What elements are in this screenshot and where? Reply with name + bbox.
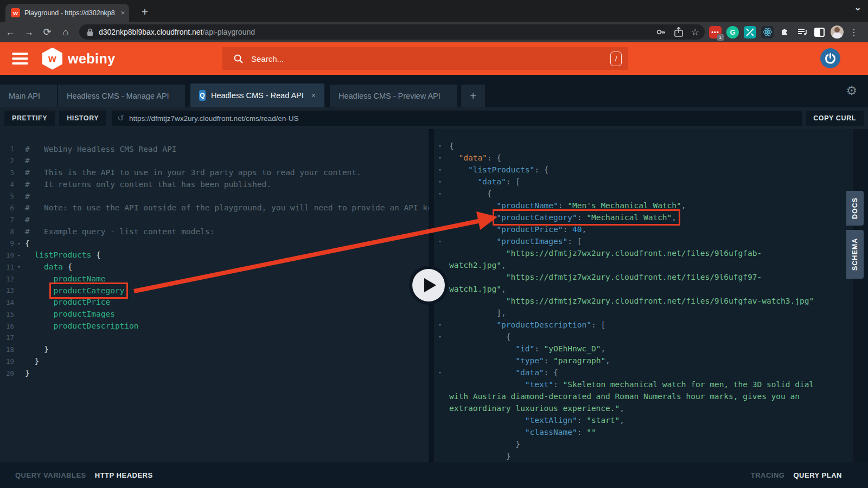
code-line: "text": "Skeleton mechanical watch for m… xyxy=(436,378,853,390)
bookmark-star-icon[interactable]: ☆ xyxy=(691,27,699,38)
right-edge-strip xyxy=(864,129,868,462)
extension-teal-icon[interactable] xyxy=(744,26,756,38)
annotation-highlight-box: productCategory xyxy=(53,286,124,295)
code-line: 9▾{ xyxy=(0,237,429,249)
home-icon[interactable]: ⌂ xyxy=(58,24,74,40)
response-pane[interactable]: ▾{▾ "data": {▾ "listProducts": {▾ "data"… xyxy=(434,129,853,462)
endpoint-url-input[interactable]: ↺ https://dfmtjz7wx2ury.cloudfront.net/c… xyxy=(112,111,802,126)
reload-icon[interactable]: ⟳ xyxy=(39,24,55,40)
profile-avatar[interactable] xyxy=(831,25,844,38)
code-line: ▾ "productImages": [ xyxy=(436,235,853,247)
code-line: 10▾ listProducts { xyxy=(0,249,429,261)
fold-arrow-icon[interactable]: ▾ xyxy=(14,264,24,269)
query-variables-tab[interactable]: QUERY VARIABLES xyxy=(15,471,86,479)
play-icon xyxy=(424,278,436,292)
code-line: 20} xyxy=(0,367,429,379)
search-shortcut-badge: / xyxy=(610,52,622,66)
query-editor-pane[interactable]: 1# Webiny Headless CMS Read API2#3# This… xyxy=(0,129,429,462)
grammarly-icon[interactable]: G xyxy=(726,26,739,38)
webiny-logo-icon: w xyxy=(42,48,62,70)
react-devtools-icon[interactable] xyxy=(761,26,774,38)
fold-arrow-icon[interactable]: ▾ xyxy=(436,179,444,184)
code-line: ▾ "data": [ xyxy=(436,176,853,188)
bottom-bar: QUERY VARIABLES HTTP HEADERS TRACING QUE… xyxy=(0,462,868,488)
forward-icon[interactable]: → xyxy=(21,24,37,40)
tracing-tab[interactable]: TRACING xyxy=(751,471,785,479)
tab-close-icon[interactable]: × xyxy=(311,91,316,100)
browser-tab[interactable]: w Playground - https://d302nkp8 × xyxy=(5,4,129,22)
code-line: } xyxy=(436,450,853,462)
url-host: d302nkp8bl9bax.cloudfront.net xyxy=(99,28,202,36)
code-line: 16 productDescription xyxy=(0,320,429,332)
copy-curl-button[interactable]: COPY CURL xyxy=(806,111,864,126)
fold-arrow-icon[interactable]: ▾ xyxy=(436,155,444,160)
tab-search-chevron-icon[interactable]: ⌄ xyxy=(854,2,861,12)
code-line: 4# It returns only content that has been… xyxy=(0,178,429,190)
code-line: 15 productImages xyxy=(0,309,429,320)
http-headers-tab[interactable]: HTTP HEADERS xyxy=(95,471,153,479)
code-line: 8# Example query - list content models: xyxy=(0,226,429,237)
settings-gear-icon[interactable]: ⚙ xyxy=(846,84,857,98)
fold-arrow-icon[interactable]: ▾ xyxy=(436,143,444,149)
new-tab-button[interactable]: + xyxy=(137,4,153,21)
browser-menu-icon[interactable]: ⋮ xyxy=(850,27,858,37)
tab-headless-cms-preview-api[interactable]: Headless CMS - Preview API xyxy=(330,85,457,107)
search-placeholder: Search... xyxy=(251,54,610,63)
search-input[interactable]: Search... / xyxy=(222,47,628,70)
playlist-icon[interactable] xyxy=(796,26,808,38)
tab-headless-cms-read-api[interactable]: Q Headless CMS - Read API × xyxy=(190,84,324,107)
response-viewer[interactable]: ▾{▾ "data": {▾ "listProducts": {▾ "data"… xyxy=(434,129,853,462)
extensions-puzzle-icon[interactable] xyxy=(778,26,791,38)
fold-arrow-icon[interactable]: ▾ xyxy=(436,370,444,375)
back-icon[interactable]: ← xyxy=(2,24,18,40)
run-query-button[interactable] xyxy=(409,266,448,305)
prettify-button[interactable]: PRETTIFY xyxy=(4,111,55,126)
code-line: 12 productName xyxy=(0,273,429,285)
endpoint-url: https://dfmtjz7wx2ury.cloudfront.net/cms… xyxy=(129,114,299,123)
query-plan-tab[interactable]: QUERY PLAN xyxy=(793,471,842,479)
search-icon xyxy=(233,54,244,64)
fold-arrow-icon[interactable]: ▾ xyxy=(14,241,24,246)
address-bar[interactable]: d302nkp8bl9bax.cloudfront.net /api-playg… xyxy=(79,24,705,40)
query-editor[interactable]: 1# Webiny Headless CMS Read API2#3# This… xyxy=(0,129,429,379)
menu-icon[interactable] xyxy=(12,53,28,65)
code-line: with Austria diamond-decorated and Roman… xyxy=(436,390,853,402)
webiny-favicon-icon: w xyxy=(11,8,20,17)
code-line: ▾ "data": { xyxy=(436,367,853,378)
tab-main-api[interactable]: Main API xyxy=(0,85,57,107)
browser-tab-strip: w Playground - https://d302nkp8 × + ⌄ xyxy=(0,0,868,22)
reset-endpoint-icon[interactable]: ↺ xyxy=(117,113,124,123)
code-line: extraordinary luxurious experience.", xyxy=(436,402,853,414)
annotation-highlight-box: "productCategory": "Mechanical Watch", xyxy=(496,213,676,222)
code-line: ▾{ xyxy=(436,140,853,152)
fold-arrow-icon[interactable]: ▾ xyxy=(436,334,444,339)
code-line: "textAlign": "start", xyxy=(436,414,853,426)
logout-power-button[interactable] xyxy=(820,48,840,68)
fold-arrow-icon[interactable]: ▾ xyxy=(436,322,444,328)
power-icon xyxy=(825,53,836,64)
tab-close-icon[interactable]: × xyxy=(120,9,125,17)
share-icon[interactable] xyxy=(674,27,684,37)
fold-arrow-icon[interactable]: ▾ xyxy=(436,191,444,196)
code-line: "productPrice": 40, xyxy=(436,223,853,235)
lock-icon xyxy=(87,28,93,36)
tab-headless-cms-manage-api[interactable]: Headless CMS - Manage API xyxy=(58,85,185,107)
side-panel-icon[interactable] xyxy=(813,26,826,38)
fold-arrow-icon[interactable]: ▾ xyxy=(436,167,444,172)
code-line: "productName": "Men's Mechanical Watch", xyxy=(436,200,853,211)
extension-red-icon[interactable]: •••1 xyxy=(709,26,722,38)
fold-arrow-icon[interactable]: ▾ xyxy=(436,239,444,244)
add-tab-button[interactable]: + xyxy=(461,85,485,107)
history-button[interactable]: HISTORY xyxy=(59,111,106,126)
docs-side-tab[interactable]: DOCS xyxy=(846,191,864,226)
code-line: 6# Note: to use the API outside of the p… xyxy=(0,202,429,214)
screen: w Playground - https://d302nkp8 × + ⌄ ← … xyxy=(0,0,868,488)
browser-tab-title: Playground - https://d302nkp8 xyxy=(24,9,117,17)
code-line: ▾ { xyxy=(436,331,853,343)
code-line: "https://dfmtjz7wx2ury.cloudfront.net/fi… xyxy=(436,271,853,283)
schema-side-tab[interactable]: SCHEMA xyxy=(846,230,864,279)
code-line: ], xyxy=(436,307,853,319)
fold-arrow-icon[interactable]: ▾ xyxy=(14,253,24,258)
code-line: 13 productCategory xyxy=(0,285,429,297)
key-icon[interactable] xyxy=(655,27,666,37)
